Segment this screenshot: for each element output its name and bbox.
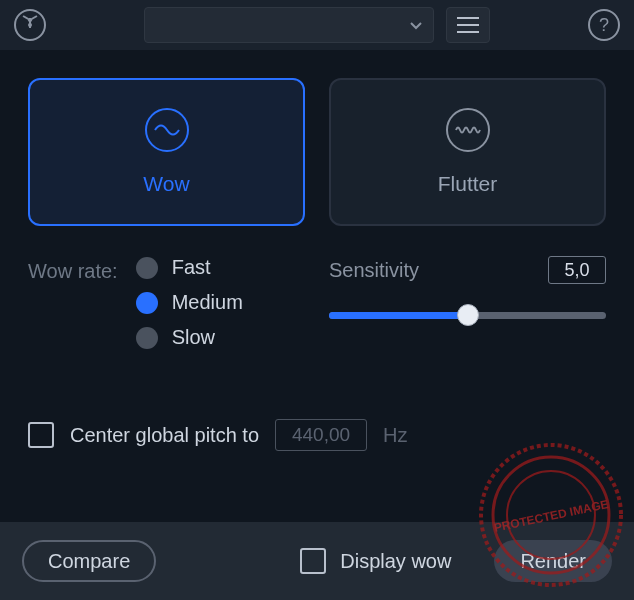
rate-group: Wow rate: Fast Medium Slow <box>28 256 305 349</box>
mode-label-flutter: Flutter <box>438 172 498 196</box>
radio-icon <box>136 292 158 314</box>
pitch-unit: Hz <box>383 424 407 447</box>
rate-radio-group: Fast Medium Slow <box>136 256 243 349</box>
rate-option-label: Slow <box>172 326 215 349</box>
display-wow-checkbox[interactable] <box>300 548 326 574</box>
rate-label: Wow rate: <box>28 256 118 349</box>
pitch-row: Center global pitch to 440,00 Hz <box>28 419 606 451</box>
mode-tab-flutter[interactable]: Flutter <box>329 78 606 226</box>
slider-thumb[interactable] <box>457 304 479 326</box>
compare-button[interactable]: Compare <box>22 540 156 582</box>
rate-option-slow[interactable]: Slow <box>136 326 243 349</box>
preset-dropdown[interactable] <box>144 7 434 43</box>
rate-option-label: Fast <box>172 256 211 279</box>
radio-icon <box>136 257 158 279</box>
mode-tab-wow[interactable]: Wow <box>28 78 305 226</box>
sensitivity-slider[interactable] <box>329 308 606 322</box>
top-bar: ? <box>0 0 634 50</box>
menu-button[interactable] <box>446 7 490 43</box>
rate-option-medium[interactable]: Medium <box>136 291 243 314</box>
display-wow-group: Display wow <box>300 548 451 574</box>
slider-fill <box>329 312 468 319</box>
main-panel: Wow Flutter Wow rate: Fast Medium <box>0 50 634 471</box>
sensitivity-group: Sensitivity 5,0 <box>329 256 606 349</box>
controls-row: Wow rate: Fast Medium Slow Sensitivity <box>28 256 606 349</box>
radio-icon <box>136 327 158 349</box>
pitch-checkbox[interactable] <box>28 422 54 448</box>
mode-tabs: Wow Flutter <box>28 78 606 226</box>
pitch-value-field[interactable]: 440,00 <box>275 419 367 451</box>
app-logo-icon[interactable] <box>14 9 46 41</box>
rate-option-fast[interactable]: Fast <box>136 256 243 279</box>
wow-wave-icon <box>145 108 189 152</box>
display-wow-label: Display wow <box>340 550 451 573</box>
render-button[interactable]: Render <box>494 540 612 582</box>
chevron-down-icon <box>409 18 423 32</box>
pitch-label: Center global pitch to <box>70 424 259 447</box>
help-button[interactable]: ? <box>588 9 620 41</box>
rate-option-label: Medium <box>172 291 243 314</box>
sensitivity-value-field[interactable]: 5,0 <box>548 256 606 284</box>
flutter-wave-icon <box>446 108 490 152</box>
footer-bar: Compare Display wow Render <box>0 522 634 600</box>
sensitivity-label: Sensitivity <box>329 259 419 282</box>
mode-label-wow: Wow <box>143 172 189 196</box>
